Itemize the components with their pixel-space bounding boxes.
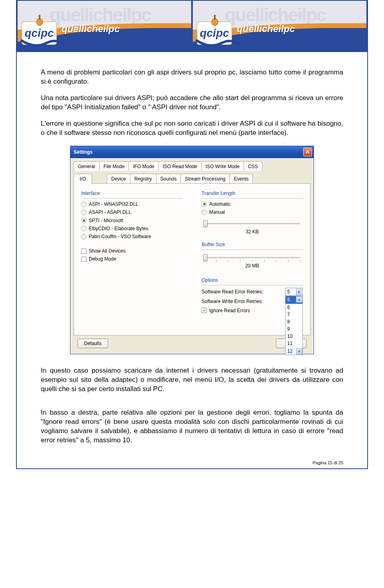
paragraph-5: In basso a destra, parte relativa alle o…: [41, 408, 343, 445]
mouse-icon: [35, 15, 44, 26]
banner-word: quellicheilpc: [62, 23, 120, 34]
radio-patin-couffin[interactable]: Patin-Couffin - VSO Software: [81, 233, 182, 240]
tabs-row-2: I/O Device Registry Sounds Stream Proces…: [70, 171, 314, 183]
content-area: A meno di problemi particolari con gli a…: [17, 52, 367, 456]
titlebar[interactable]: Settings ✕: [70, 146, 314, 158]
dropdown-item[interactable]: 9: [286, 325, 302, 333]
radio-icon: [81, 210, 86, 215]
cable-icon: [19, 38, 67, 50]
page-footer: Pagina 15 di 25: [313, 460, 343, 465]
read-retries-dropdown[interactable]: 5 ▾: [285, 288, 303, 296]
tab-css[interactable]: CSS: [244, 161, 262, 171]
tab-stream-processing[interactable]: Stream Processing: [180, 174, 230, 183]
tab-iso-write-mode[interactable]: ISO Write Mode: [201, 161, 244, 171]
radio-icon: [202, 202, 207, 207]
checkbox-icon: [81, 257, 86, 262]
settings-screenshot: Settings ✕ General File Mode IFO Mode IS…: [41, 146, 343, 354]
logo-badge: qcipc: [22, 22, 57, 45]
close-icon: ✕: [305, 148, 310, 156]
tab-iso-read-mode[interactable]: ISO Read Mode: [158, 161, 202, 171]
tab-ifo-mode[interactable]: IFO Mode: [128, 161, 158, 171]
svg-rect-1: [39, 15, 40, 20]
paragraph-3: L'errore in questione significa che sul …: [41, 119, 343, 138]
radio-elbycdio[interactable]: ElbyCDIO - Elaborate Bytes: [81, 225, 182, 232]
tab-device[interactable]: Device: [107, 174, 130, 183]
read-retries-value: 5: [287, 289, 290, 295]
tab-general[interactable]: General: [74, 161, 100, 171]
radio-icon: [81, 202, 86, 207]
radio-icon: [81, 218, 86, 223]
interface-title: Interface: [81, 190, 182, 199]
buffer-slider-label: 20 MB: [202, 263, 303, 269]
check-debug-mode[interactable]: Debug Mode: [81, 256, 182, 262]
transfer-slider[interactable]: 32 KB: [202, 219, 303, 235]
read-retries-label: Software Read Error Retries:: [202, 289, 263, 295]
scroll-down-icon[interactable]: ▾: [296, 348, 302, 355]
dropdown-item[interactable]: 8: [286, 318, 302, 325]
paragraph-2: Una nota particolare sui drivers ASPI; p…: [41, 94, 343, 112]
banner-right: quellicheilpc qcipc quellicheilpc: [192, 0, 367, 52]
transfer-title: Transfer Length: [202, 190, 303, 199]
settings-window: Settings ✕ General File Mode IFO Mode IS…: [70, 146, 314, 354]
mouse-icon: [210, 15, 220, 26]
radio-aspi[interactable]: ASPI - WNASPI32.DLL: [81, 201, 182, 207]
banner-bg-text: quellicheilpc: [225, 4, 326, 26]
paragraph-1: A meno di problemi particolari con gli a…: [41, 68, 343, 86]
defaults-button[interactable]: Defaults: [78, 339, 108, 348]
banner-word: quellicheilpc: [237, 23, 295, 34]
slider-thumb-icon[interactable]: [203, 220, 208, 227]
write-retries-label: Software Write Error Retries:: [202, 298, 263, 305]
options-title: Options: [202, 277, 303, 285]
banner-left: quellicheilpc qcipc quellicheilpc: [17, 0, 192, 52]
dropdown-item[interactable]: 7: [286, 311, 302, 318]
dropdown-item[interactable]: 11: [286, 340, 302, 347]
header-banner: quellicheilpc qcipc quellicheilpc qu: [17, 0, 367, 52]
read-retries-row: Software Read Error Retries: 5 ▾ ▴ 5 6 7…: [202, 288, 303, 296]
tab-events[interactable]: Events: [230, 174, 253, 183]
dropdown-item[interactable]: 10: [286, 333, 302, 340]
checkbox-icon: [202, 308, 207, 313]
read-retries-dropdown-list[interactable]: ▴ 5 6 7 8 9 10 11 12 ▾: [285, 296, 303, 355]
transfer-slider-label: 32 KB: [202, 229, 303, 235]
tab-panel: Interface ASPI - WNASPI32.DLL ASAPI - AS…: [74, 183, 310, 335]
tab-io[interactable]: I/O: [74, 174, 92, 184]
scroll-up-icon[interactable]: ▴: [296, 296, 302, 303]
document-page: quellicheilpc qcipc quellicheilpc qu: [16, 0, 368, 469]
banner-bg-text: quellicheilpc: [50, 4, 151, 26]
logo: qcipc: [22, 22, 57, 45]
radio-manual[interactable]: Manual: [202, 209, 303, 215]
dialog-button-row: Defaults OK: [70, 339, 314, 354]
buffer-title: Buffer Size: [202, 241, 303, 250]
radio-spti[interactable]: SPTI - Microsoft: [81, 217, 182, 224]
window-title: Settings: [74, 149, 92, 155]
check-show-all-devices[interactable]: Show All Devices: [81, 248, 182, 254]
tab-file-mode[interactable]: File Mode: [99, 161, 129, 171]
cable-icon: [194, 38, 242, 50]
panel-left: Interface ASPI - WNASPI32.DLL ASAPI - AS…: [81, 189, 182, 330]
radio-icon: [81, 226, 86, 231]
close-button[interactable]: ✕: [303, 148, 312, 157]
tab-sounds[interactable]: Sounds: [156, 174, 181, 183]
svg-rect-3: [214, 15, 216, 20]
tab-registry[interactable]: Registry: [130, 174, 156, 183]
panel-right: Transfer Length Automatic Manual 32 KB B…: [202, 189, 303, 330]
radio-icon: [202, 210, 207, 215]
buffer-slider[interactable]: 20 MB: [202, 253, 303, 269]
dropdown-item[interactable]: 6: [286, 304, 302, 311]
radio-asapi[interactable]: ASAPI - ASAPI.DLL: [81, 209, 182, 215]
radio-icon: [81, 234, 86, 239]
logo-badge: qcipc: [197, 22, 232, 45]
checkbox-icon: [81, 249, 86, 254]
paragraph-4: In questo caso possiamo scaricare da int…: [41, 366, 343, 394]
chevron-down-icon: ▾: [296, 289, 302, 295]
tabs-row-1: General File Mode IFO Mode ISO Read Mode…: [70, 158, 314, 171]
radio-automatic[interactable]: Automatic: [202, 201, 303, 207]
logo: qcipc: [197, 22, 232, 45]
